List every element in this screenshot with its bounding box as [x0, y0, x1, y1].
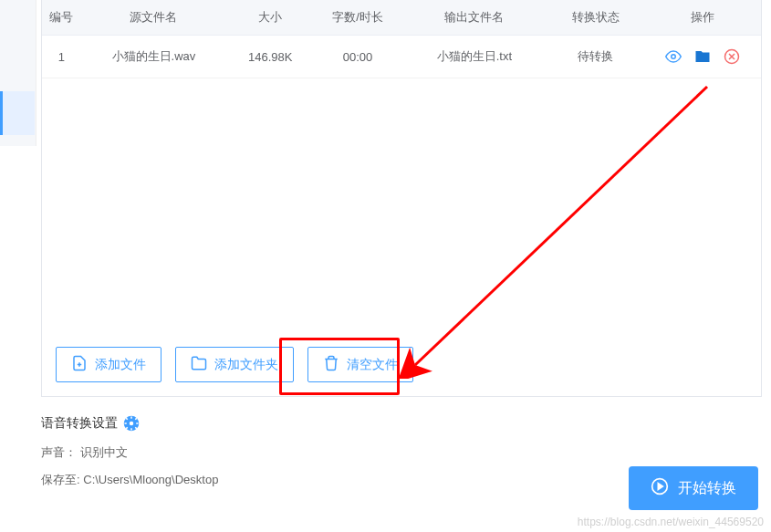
- delete-icon[interactable]: [724, 48, 740, 65]
- file-table: 编号 源文件名 大小 字数/时长 输出文件名 转换状态 操作 1 小猫的生日.w…: [42, 0, 761, 78]
- svg-point-4: [130, 422, 134, 426]
- sidebar-active-item[interactable]: [0, 91, 35, 135]
- add-folder-icon: [191, 355, 207, 374]
- cell-size: 146.98K: [226, 36, 314, 78]
- start-convert-button[interactable]: 开始转换: [629, 466, 758, 510]
- settings-title: 语音转换设置: [41, 415, 762, 432]
- col-source: 源文件名: [81, 0, 227, 36]
- file-table-container: 编号 源文件名 大小 字数/时长 输出文件名 转换状态 操作 1 小猫的生日.w…: [41, 0, 762, 397]
- clear-files-label: 清空文件: [347, 357, 398, 373]
- add-file-button[interactable]: 添加文件: [56, 347, 161, 382]
- table-row[interactable]: 1 小猫的生日.wav 146.98K 00:00 小猫的生日.txt 待转换: [42, 36, 761, 78]
- play-icon: [651, 477, 669, 499]
- add-file-icon: [71, 355, 88, 374]
- preview-icon[interactable]: [665, 48, 682, 65]
- svg-point-0: [672, 55, 676, 59]
- cell-num: 1: [42, 36, 81, 78]
- clear-files-button[interactable]: 清空文件: [307, 347, 413, 382]
- gear-icon[interactable]: [123, 415, 140, 432]
- cell-output: 小猫的生日.txt: [401, 36, 547, 78]
- voice-setting: 声音： 识别中文: [41, 444, 762, 461]
- cell-source: 小猫的生日.wav: [81, 36, 227, 78]
- cell-duration: 00:00: [314, 36, 401, 78]
- cell-status: 待转换: [547, 36, 644, 78]
- add-file-label: 添加文件: [95, 357, 146, 373]
- col-size: 大小: [226, 0, 314, 36]
- add-folder-button[interactable]: 添加文件夹: [175, 347, 294, 382]
- col-status: 转换状态: [547, 0, 644, 36]
- start-convert-label: 开始转换: [678, 479, 736, 498]
- col-num: 编号: [42, 0, 81, 36]
- add-folder-label: 添加文件夹: [214, 357, 278, 373]
- col-duration: 字数/时长: [314, 0, 401, 36]
- sidebar-fragment: [0, 0, 36, 146]
- open-folder-icon[interactable]: [694, 48, 711, 65]
- col-ops: 操作: [644, 0, 761, 36]
- col-output: 输出文件名: [401, 0, 547, 36]
- trash-icon: [323, 355, 339, 374]
